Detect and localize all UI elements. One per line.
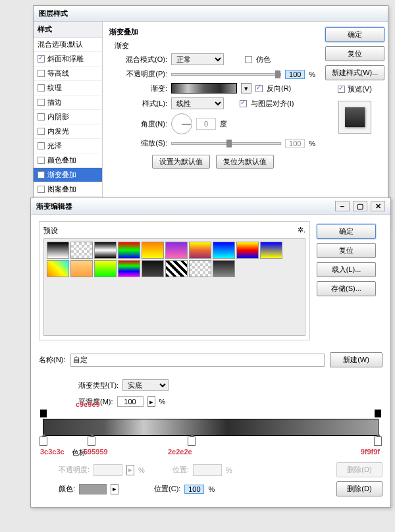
preview-checkbox[interactable] <box>338 86 345 93</box>
style-item-图案叠加[interactable]: 图案叠加 <box>34 182 102 197</box>
preset-swatch[interactable] <box>94 260 117 277</box>
opacity-value[interactable]: 100 <box>285 70 305 79</box>
ge-reset-button[interactable]: 复位 <box>317 243 376 258</box>
styles-header: 样式 <box>34 22 102 38</box>
style-item-光泽[interactable]: 光泽 <box>34 139 102 153</box>
color-delete-button[interactable]: 删除(D) <box>336 481 382 496</box>
preset-swatch[interactable] <box>47 260 69 277</box>
preset-swatch[interactable] <box>165 260 188 277</box>
preset-swatch[interactable] <box>118 242 140 259</box>
smooth-value[interactable]: 100 <box>117 396 144 407</box>
style-checkbox[interactable] <box>38 99 45 106</box>
color-drop-icon[interactable]: ▸ <box>111 484 118 494</box>
gradient-bar[interactable]: c9c9c9 3c3c3c 色标 595959 2e2e2e 9f9f9f <box>43 419 379 436</box>
reset-button[interactable]: 复位 <box>325 46 384 61</box>
style-item-斜面和浮雕[interactable]: 斜面和浮雕 <box>34 52 102 66</box>
style-checkbox[interactable] <box>38 84 45 92</box>
preset-swatch[interactable] <box>260 242 282 259</box>
preset-swatch[interactable] <box>47 242 69 259</box>
preset-swatch[interactable] <box>213 260 235 277</box>
blend-mode-select[interactable]: 正常 <box>171 53 224 65</box>
name-input[interactable] <box>70 354 325 367</box>
color-pos-value[interactable]: 100 <box>184 485 204 494</box>
opacity-stop-left[interactable] <box>40 410 47 417</box>
style-item-label: 光泽 <box>47 141 62 151</box>
layer-style-titlebar[interactable]: 图层样式 <box>34 6 388 22</box>
type-select[interactable]: 实底 <box>122 379 169 391</box>
style-checkbox[interactable] <box>38 70 45 77</box>
preset-swatch[interactable] <box>142 260 164 277</box>
color-stop-1[interactable] <box>40 437 47 446</box>
style-item-描边[interactable]: 描边 <box>34 95 102 110</box>
style-item-内发光[interactable]: 内发光 <box>34 124 102 139</box>
style-item-label: 纹理 <box>47 83 62 93</box>
dither-checkbox[interactable] <box>245 56 252 63</box>
preview-box <box>338 101 371 134</box>
scale-slider[interactable] <box>171 142 281 145</box>
preset-swatch[interactable] <box>118 260 140 277</box>
smooth-dropdown-icon[interactable]: ▸ <box>147 396 155 407</box>
style-checkbox[interactable] <box>38 142 45 149</box>
angle-dial[interactable] <box>171 113 192 134</box>
opacity-stop-right[interactable] <box>375 410 381 417</box>
gradient-swatch[interactable] <box>171 83 237 93</box>
style-select[interactable]: 线性 <box>171 97 224 109</box>
preset-swatch[interactable] <box>142 242 164 259</box>
blend-options-item[interactable]: 混合选项:默认 <box>34 38 102 52</box>
preset-swatch[interactable] <box>189 242 211 259</box>
style-checkbox[interactable] <box>38 186 45 193</box>
minimize-icon[interactable]: – <box>335 201 350 211</box>
ok-button[interactable]: 确定 <box>325 27 384 42</box>
style-item-颜色叠加[interactable]: 颜色叠加 <box>34 153 102 168</box>
preset-swatch[interactable] <box>213 242 235 259</box>
preset-swatch[interactable] <box>70 260 93 277</box>
color-stop-3[interactable] <box>188 437 196 446</box>
preset-swatch[interactable] <box>189 260 211 277</box>
style-item-纹理[interactable]: 纹理 <box>34 81 102 95</box>
dither-label: 仿色 <box>256 55 271 65</box>
preset-swatch-grid[interactable] <box>43 238 305 336</box>
set-default-button[interactable]: 设置为默认值 <box>152 155 210 169</box>
color-swatch[interactable] <box>79 484 107 494</box>
angle-value[interactable] <box>196 118 216 130</box>
color-stop-2[interactable] <box>88 437 95 446</box>
reset-default-button[interactable]: 复位为默认值 <box>216 155 274 169</box>
annot-2e2e2e: 2e2e2e <box>168 448 192 456</box>
style-item-渐变叠加[interactable]: 渐变叠加 <box>34 168 102 182</box>
opacity-drop-icon: ▸ <box>126 465 134 475</box>
style-item-内阴影[interactable]: 内阴影 <box>34 110 102 124</box>
style-checkbox[interactable] <box>38 113 45 120</box>
preset-swatch[interactable] <box>236 242 259 259</box>
color-stop-4[interactable] <box>374 437 382 446</box>
style-item-label: 内发光 <box>47 126 69 136</box>
close-icon[interactable]: ✕ <box>371 201 385 211</box>
style-item-等高线[interactable]: 等高线 <box>34 66 102 81</box>
gear-icon[interactable]: ✲. <box>298 226 305 236</box>
opacity-slider[interactable] <box>171 73 281 76</box>
style-label: 样式(L): <box>115 99 167 109</box>
blend-mode-label: 混合模式(O): <box>115 55 167 65</box>
gradient-dropdown-icon[interactable]: ▾ <box>241 83 251 93</box>
maximize-icon[interactable]: ▢ <box>353 201 367 211</box>
reverse-checkbox[interactable] <box>255 85 263 92</box>
new-button[interactable]: 新建(W) <box>330 352 382 367</box>
new-style-button[interactable]: 新建样式(W)... <box>325 65 384 80</box>
scale-label: 缩放(S): <box>115 138 167 148</box>
annot-9f9f9f: 9f9f9f <box>361 448 380 456</box>
ge-load-button[interactable]: 载入(L)... <box>317 262 376 277</box>
preset-swatch[interactable] <box>165 242 188 259</box>
preview-label: 预览(V) <box>348 84 372 94</box>
preset-swatch[interactable] <box>94 242 117 259</box>
layer-style-title: 图层样式 <box>39 9 68 18</box>
gradient-overlay-panel: 渐变叠加 渐变 混合模式(O): 正常 仿色 不透明度(P): 100 % <box>103 22 322 226</box>
align-checkbox[interactable] <box>240 100 247 107</box>
style-checkbox[interactable] <box>38 55 45 63</box>
style-checkbox[interactable] <box>38 128 45 135</box>
ge-ok-button[interactable]: 确定 <box>317 224 376 239</box>
scale-value[interactable]: 100 <box>285 139 305 148</box>
style-checkbox[interactable] <box>38 157 45 164</box>
style-checkbox[interactable] <box>38 171 45 178</box>
gradient-editor-titlebar[interactable]: 渐变编辑器 – ▢ ✕ <box>31 198 390 215</box>
preset-swatch[interactable] <box>70 242 93 259</box>
ge-save-button[interactable]: 存储(S)... <box>317 281 376 296</box>
